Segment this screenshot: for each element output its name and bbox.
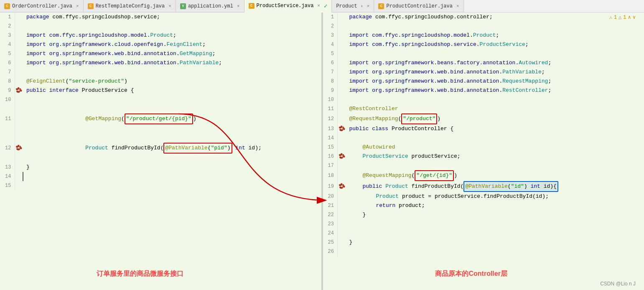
table-row: 9 🫘 public interface ProductService { xyxy=(0,86,321,95)
tab-productcontroller[interactable]: C ProductController.java × xyxy=(374,0,463,12)
chevron-down-icon[interactable]: ∨ xyxy=(633,14,636,20)
line-number: 10 xyxy=(323,95,338,104)
tab-productservice[interactable]: C ProductService.java × ✓ xyxy=(244,0,332,13)
line-number: 4 xyxy=(323,40,338,49)
tab-label: RestTemplateConfig.java xyxy=(96,3,165,9)
line-gutter xyxy=(338,210,346,219)
line-content: import com.ffyc.springcloudshop.model.Pr… xyxy=(23,31,321,40)
tab-label: Product xyxy=(336,3,357,9)
line-gutter xyxy=(15,31,23,40)
app-container: C OrderController.java × C RestTemplateC… xyxy=(0,0,644,290)
tab-resttemplateconfig[interactable]: C RestTemplateConfig.java × xyxy=(84,0,176,12)
line-content xyxy=(346,229,644,238)
line-gutter xyxy=(338,229,346,238)
close-icon[interactable]: × xyxy=(317,3,320,8)
line-number: 11 xyxy=(0,104,15,134)
line-number: 22 xyxy=(323,210,338,219)
line-content xyxy=(346,247,644,256)
line-content: @RequestMapping("/get/{id}") xyxy=(346,170,644,181)
line-gutter xyxy=(338,170,346,181)
line-content xyxy=(346,134,644,143)
line-number: 25 xyxy=(323,238,338,247)
line-content: import org.springframework.web.bind.anno… xyxy=(346,86,644,95)
line-content: public interface ProductService { xyxy=(23,86,321,95)
line-gutter xyxy=(338,134,346,143)
table-row: 13 } xyxy=(0,163,321,172)
table-row: 5 xyxy=(323,49,644,58)
line-number: 26 xyxy=(323,247,338,256)
tab-ordercontroller[interactable]: C OrderController.java × xyxy=(0,0,84,12)
table-row: 6 import org.springframework.beans.facto… xyxy=(323,58,644,68)
line-number: 21 xyxy=(323,201,338,210)
line-gutter xyxy=(338,201,346,210)
table-row: 26 xyxy=(323,247,644,256)
left-code-area[interactable]: 1 package com.ffyc.springcloudshop.servi… xyxy=(0,13,321,290)
line-gutter xyxy=(338,22,346,31)
table-row: 14 xyxy=(323,134,644,143)
line-gutter xyxy=(338,13,346,22)
line-content: } xyxy=(23,163,321,172)
line-gutter xyxy=(338,113,346,124)
line-number: 11 xyxy=(323,104,338,113)
chevron-up-icon[interactable]: ∧ xyxy=(628,14,631,20)
line-content xyxy=(346,49,644,58)
table-row: 1 package com.ffyc.springcloudshop.servi… xyxy=(0,13,321,22)
line-number: 6 xyxy=(0,58,15,68)
table-row: 23 xyxy=(323,219,644,229)
tab-product[interactable]: Product ▾ × xyxy=(332,0,374,12)
line-number: 7 xyxy=(0,68,15,77)
line-content xyxy=(23,22,321,31)
warning-icon: ⚠ xyxy=(609,14,612,20)
table-row: 3 import com.ffyc.springcloudshop.model.… xyxy=(0,31,321,40)
table-row: 10 xyxy=(323,95,644,104)
line-number: 10 xyxy=(0,95,15,104)
close-icon[interactable]: × xyxy=(456,4,459,9)
line-content: @FeignClient("service-product") xyxy=(23,77,321,86)
right-code-area[interactable]: 1 package com.ffyc.springcloudshop.contr… xyxy=(323,13,644,290)
line-gutter xyxy=(338,77,346,86)
table-row: 11 @GetMapping("/product/get/{pid}") xyxy=(0,104,321,134)
line-content xyxy=(23,68,321,77)
table-row: 21 return product; xyxy=(323,201,644,210)
line-content: package com.ffyc.springcloudshop.control… xyxy=(346,13,644,22)
line-gutter xyxy=(15,163,23,172)
tab-applicationyml[interactable]: Y application.yml × xyxy=(176,0,244,12)
yml-icon: Y xyxy=(180,3,186,9)
table-row: 24 xyxy=(323,229,644,238)
line-number: 2 xyxy=(0,22,15,31)
close-icon[interactable]: × xyxy=(76,4,79,9)
left-code-table: 1 package com.ffyc.springcloudshop.servi… xyxy=(0,13,321,190)
close-icon[interactable]: × xyxy=(237,4,240,9)
close-icon[interactable]: × xyxy=(367,4,370,9)
tab-label: OrderController.java xyxy=(12,3,72,9)
line-content: return product; xyxy=(346,201,644,210)
table-row: 7 import org.springframework.web.bind.an… xyxy=(323,68,644,77)
line-gutter xyxy=(15,181,23,190)
bean-icon: 🫘 xyxy=(15,145,22,151)
left-bottom-label: 订单服务里的商品微服务接口 xyxy=(97,270,183,278)
table-row: 12 🫘 Product findProductById(@PathVariab… xyxy=(0,134,321,163)
line-number: 19 xyxy=(323,181,338,192)
line-content: @Autowired xyxy=(346,143,644,152)
right-panel: ⚠1 △1 ∧ ∨ 1 package com.ffyc.springcloud… xyxy=(323,13,644,290)
line-content: @GetMapping("/product/get/{pid}") xyxy=(23,104,321,134)
tab-label: ProductController.java xyxy=(386,3,452,9)
close-icon[interactable]: × xyxy=(168,4,171,9)
line-number: 24 xyxy=(323,229,338,238)
line-gutter xyxy=(338,161,346,170)
table-row: 22 } xyxy=(323,210,644,219)
line-gutter xyxy=(338,192,346,201)
line-gutter xyxy=(338,40,346,49)
line-number: 7 xyxy=(323,68,338,77)
line-content: import org.springframework.beans.factory… xyxy=(346,58,644,68)
line-number: 14 xyxy=(323,134,338,143)
line-gutter xyxy=(15,104,23,134)
line-number: 17 xyxy=(323,161,338,170)
line-gutter xyxy=(338,86,346,95)
table-row: 3 import com.ffyc.springcloudshop.model.… xyxy=(323,31,644,40)
line-content: import com.ffyc.springcloudshop.model.Pr… xyxy=(346,31,644,40)
bean-icon: 🫘 xyxy=(339,153,345,159)
table-row: 8 @FeignClient("service-product") xyxy=(0,77,321,86)
line-number: 5 xyxy=(323,49,338,58)
line-number: 9 xyxy=(323,86,338,95)
